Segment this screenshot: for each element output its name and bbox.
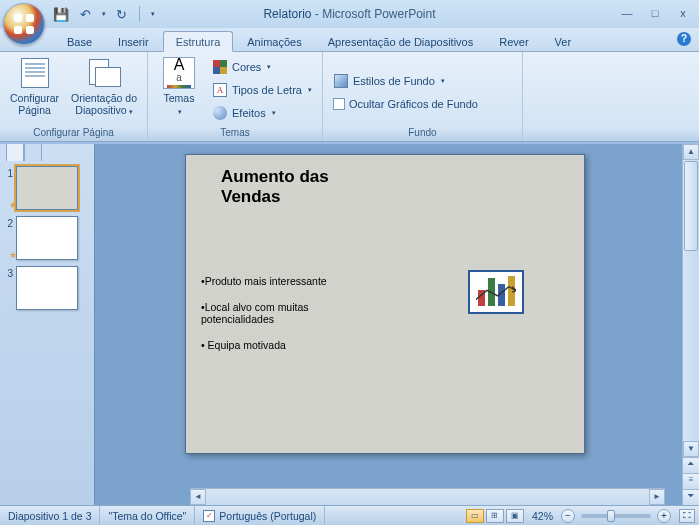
status-slide-number[interactable]: Diapositivo 1 de 3 (0, 506, 100, 525)
scroll-down-icon[interactable]: ▼ (683, 441, 699, 457)
redo-icon[interactable]: ↻ (112, 5, 130, 23)
themes-button[interactable]: Aa Temas▾ (154, 55, 204, 125)
thumbnail-3[interactable]: 3 (5, 266, 89, 310)
minimize-button[interactable]: — (617, 7, 637, 21)
group-themes: Aa Temas▾ Cores▾ A Tipos de Letra▾ Efeit… (148, 52, 323, 141)
tab-insert[interactable]: Inserir (106, 32, 161, 51)
save-icon[interactable]: 💾 (52, 5, 70, 23)
effects-icon (213, 106, 227, 120)
prev-slide-icon[interactable]: ⏶ (683, 457, 699, 473)
status-bar: Diapositivo 1 de 3 "Tema do Office" ✓ Po… (0, 505, 699, 525)
zoom-slider[interactable] (581, 514, 651, 518)
thumbnail-1[interactable]: 1 ★ (5, 166, 89, 210)
view-slideshow-icon[interactable]: ▣ (506, 509, 524, 523)
group-label-page-setup: Configurar Página (6, 125, 141, 139)
fonts-button[interactable]: A Tipos de Letra▾ (208, 79, 316, 101)
ribbon-tabs: Base Inserir Estrutura Animações Apresen… (0, 28, 699, 52)
tab-view[interactable]: Ver (543, 32, 584, 51)
tab-design[interactable]: Estrutura (163, 31, 234, 52)
colors-button[interactable]: Cores▾ (208, 56, 316, 78)
zoom-percent[interactable]: 42% (532, 510, 553, 522)
colors-icon (213, 60, 227, 74)
bullet-2: •Local alvo com muitas potencialidades (201, 301, 341, 325)
scroll-thumb[interactable] (684, 161, 698, 251)
qat-customize[interactable]: ▾ (151, 10, 155, 18)
tab-slides-icon[interactable] (6, 144, 24, 161)
effects-button[interactable]: Efeitos▾ (208, 102, 316, 124)
orientation-icon (89, 59, 119, 87)
anim-star-icon: ★ (9, 200, 17, 210)
scroll-left-icon[interactable]: ◄ (190, 489, 206, 505)
tab-home[interactable]: Base (55, 32, 104, 51)
zoom-slider-thumb[interactable] (607, 510, 615, 522)
group-page-setup: Configurar Página Orientação do Diaposit… (0, 52, 148, 141)
group-label-themes: Temas (154, 125, 316, 139)
close-button[interactable]: x (673, 7, 693, 21)
bullet-3: • Equipa motivada (201, 339, 341, 351)
next-slide-icon[interactable]: ⏷ (683, 489, 699, 505)
qat-separator (139, 6, 140, 22)
thumb-slide-2 (16, 216, 78, 260)
scroll-right-icon[interactable]: ► (649, 489, 665, 505)
tab-slideshow[interactable]: Apresentação de Diapositivos (316, 32, 486, 51)
office-button[interactable] (3, 3, 45, 45)
status-right: ▭ ⊞ ▣ 42% − + ⛶ (466, 509, 699, 523)
orientation-button[interactable]: Orientação do Diapositivo▾ (67, 55, 141, 125)
zoom-out-button[interactable]: − (561, 509, 575, 523)
tab-outline-icon[interactable] (24, 144, 42, 161)
page-setup-button[interactable]: Configurar Página (6, 55, 63, 125)
nav-menu-icon[interactable]: ≡ (683, 473, 699, 489)
background-styles-button[interactable]: Estilos de Fundo▾ (329, 70, 482, 92)
document-name: Relatorio (263, 7, 311, 21)
horizontal-scrollbar[interactable]: ◄ ► (190, 488, 665, 505)
scroll-up-icon[interactable]: ▲ (683, 144, 699, 160)
font-icon: A (213, 83, 227, 97)
hide-bg-graphics-checkbox[interactable]: Ocultar Gráficos de Fundo (329, 93, 482, 115)
app-name: Microsoft PowerPoint (322, 7, 435, 21)
chart-icon[interactable] (468, 270, 524, 314)
tab-review[interactable]: Rever (487, 32, 540, 51)
group-label-background: Fundo (329, 125, 516, 139)
bg-styles-icon (334, 74, 348, 88)
theme-icon: Aa (163, 57, 195, 89)
anim-star-icon: ★ (9, 250, 17, 260)
quick-access-toolbar: 💾 ↶ ▾ ↻ ▾ (52, 0, 155, 28)
spellcheck-icon: ✓ (203, 510, 215, 522)
view-normal-icon[interactable]: ▭ (466, 509, 484, 523)
title-bar: 💾 ↶ ▾ ↻ ▾ Relatorio - Microsoft PowerPoi… (0, 0, 699, 28)
thumbnail-2[interactable]: 2 ★ (5, 216, 89, 260)
undo-dropdown[interactable]: ▾ (102, 10, 106, 18)
slide-title[interactable]: Aumento das Vendas (221, 167, 329, 207)
window-controls: — □ x (617, 7, 693, 21)
page-icon (21, 58, 49, 88)
fit-to-window-icon[interactable]: ⛶ (679, 509, 695, 523)
ribbon: Configurar Página Orientação do Diaposit… (0, 52, 699, 142)
thumb-slide-3 (16, 266, 78, 310)
view-sorter-icon[interactable]: ⊞ (486, 509, 504, 523)
vertical-scrollbar[interactable]: ▲ ▼ ⏶ ≡ ⏷ (682, 144, 699, 505)
slide-area[interactable]: Aumento das Vendas •Produto mais interes… (95, 144, 682, 505)
thumb-slide-1 (16, 166, 78, 210)
help-icon[interactable]: ? (677, 32, 691, 46)
group-background: Estilos de Fundo▾ Ocultar Gráficos de Fu… (323, 52, 523, 141)
slide-body[interactable]: •Produto mais interessante •Local alvo c… (201, 275, 341, 365)
window-title: Relatorio - Microsoft PowerPoint (263, 7, 435, 21)
thumbnail-tabs (6, 144, 46, 163)
main-slide[interactable]: Aumento das Vendas •Produto mais interes… (185, 154, 585, 454)
bullet-1: •Produto mais interessante (201, 275, 341, 287)
checkbox-icon (333, 98, 345, 110)
status-language[interactable]: ✓ Português (Portugal) (195, 506, 325, 525)
workspace: 1 ★ 2 ★ 3 Aumento das Vendas •Produto ma… (0, 144, 699, 505)
undo-icon[interactable]: ↶ (76, 5, 94, 23)
zoom-in-button[interactable]: + (657, 509, 671, 523)
thumbnail-pane: 1 ★ 2 ★ 3 (0, 144, 95, 505)
status-theme[interactable]: "Tema do Office" (100, 506, 195, 525)
tab-animations[interactable]: Animações (235, 32, 313, 51)
maximize-button[interactable]: □ (645, 7, 665, 21)
